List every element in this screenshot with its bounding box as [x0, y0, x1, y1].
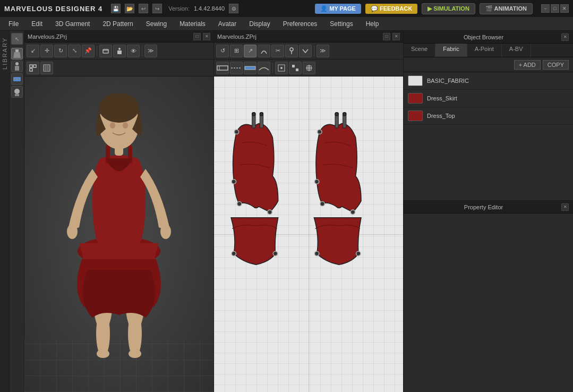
svg-point-32 [99, 93, 139, 123]
menu-edit[interactable]: Edit [25, 18, 49, 30]
tb-avatar[interactable] [113, 45, 126, 57]
my-page-button[interactable]: 👤 MY PAGE [315, 4, 361, 14]
tb-2d-cut[interactable]: ✂ [271, 45, 284, 57]
tb-2d-grid3[interactable] [303, 62, 315, 74]
tb-select[interactable]: ↙ [27, 45, 39, 57]
menu-avatar[interactable]: Avatar [212, 18, 243, 30]
tb-2d-refresh[interactable]: ↺ [216, 45, 229, 57]
menu-display[interactable]: Display [243, 18, 276, 30]
main-layout: LIBRARY ↖ [0, 31, 573, 392]
tb-2d-seam1[interactable] [216, 62, 229, 74]
tb-2d-seam3[interactable] [244, 62, 256, 74]
ob-title: Object Browser [408, 34, 559, 40]
svg-rect-10 [117, 50, 122, 54]
save-icon[interactable]: 💾 [111, 4, 121, 13]
tab-fabric[interactable]: Fabric [435, 44, 467, 57]
toolbar-2d-row2 [214, 59, 403, 76]
tb-move[interactable]: ✛ [40, 45, 53, 57]
undo-icon[interactable]: ↩ [139, 4, 148, 13]
tb-scale[interactable]: ⤡ [68, 45, 81, 57]
sep1 [97, 46, 97, 56]
maximize-button[interactable]: □ [551, 4, 559, 13]
tb-2d-select[interactable]: ↗ [244, 45, 256, 57]
svg-point-56 [273, 251, 277, 255]
tab-scene[interactable]: Scene [404, 44, 435, 57]
canvas-3d[interactable] [24, 76, 213, 392]
select-tool[interactable]: ↖ [11, 33, 23, 45]
simulation-button[interactable]: ▶ SIMULATION [422, 3, 475, 14]
canvas-2d[interactable] [214, 76, 403, 392]
library-panel: LIBRARY [0, 31, 10, 392]
animation-button[interactable]: 🎬 ANIMATION [480, 3, 533, 14]
sep2 [142, 46, 142, 56]
minimize-button[interactable]: − [541, 4, 550, 13]
toolbar-2d-row1: ↺ ⊞ ↗ ✂ ≫ [214, 42, 403, 59]
tab-apoint[interactable]: A-Point [467, 44, 502, 57]
menu-file[interactable]: File [2, 18, 25, 30]
svg-rect-11 [30, 65, 32, 67]
tb-2d-curve[interactable] [258, 45, 270, 57]
fabric-name-skirt: Dress_Skirt [427, 95, 457, 101]
menu-preferences[interactable]: Preferences [277, 18, 324, 30]
menu-settings[interactable]: Settings [323, 18, 359, 30]
tb-2d-fold[interactable] [299, 45, 312, 57]
svg-point-5 [14, 89, 20, 94]
tb-2d-grid1[interactable] [275, 62, 288, 74]
open-icon[interactable]: 📂 [125, 4, 134, 13]
redo-icon[interactable]: ↪ [152, 4, 162, 13]
viewport-2d-close[interactable]: ✕ [392, 33, 400, 40]
svg-point-54 [237, 202, 242, 206]
tb-2d-pin[interactable] [285, 45, 298, 57]
svg-rect-43 [296, 69, 298, 71]
viewport-3d-title: Marvelous.ZPrj [28, 33, 191, 40]
tb-2d-fit[interactable]: ⊞ [230, 45, 243, 57]
svg-rect-6 [15, 94, 19, 96]
menu-2d-pattern[interactable]: 2D Pattern [96, 18, 139, 30]
viewport-3d-restore[interactable]: □ [193, 33, 201, 40]
fabric-swatch-skirt [408, 93, 423, 104]
copy-fabric-button[interactable]: COPY [543, 60, 569, 70]
app-title: MARVELOUS DESIGNER 4 [4, 5, 102, 13]
tb-rotate[interactable]: ↻ [54, 45, 67, 57]
svg-point-33 [110, 122, 115, 129]
tb-show-hide[interactable]: 👁 [127, 45, 140, 57]
menu-sewing[interactable]: Sewing [140, 18, 173, 30]
svg-point-51 [234, 130, 238, 134]
close-button[interactable]: ✕ [560, 4, 569, 13]
feedback-button[interactable]: 💬 FEEDBACK [365, 4, 417, 14]
view-thumb-avatar[interactable] [11, 61, 23, 72]
view-thumb-head[interactable] [11, 86, 23, 98]
tb-pin[interactable]: 📌 [82, 45, 95, 57]
model-figure [50, 76, 188, 360]
tb-2d-more1[interactable]: ≫ [317, 45, 329, 57]
menu-help[interactable]: Help [360, 18, 386, 30]
viewport-3d-close[interactable]: ✕ [203, 33, 210, 40]
tb-texture[interactable] [40, 62, 53, 74]
tb-cloth[interactable] [99, 45, 112, 57]
fabric-item-basic[interactable]: BASIC_FABRIC [404, 72, 573, 90]
menu-materials[interactable]: Materials [173, 18, 212, 30]
settings-icon[interactable]: ⚙ [229, 4, 238, 13]
left-toolbar-3d: ↖ [10, 31, 24, 392]
pe-close[interactable]: ✕ [561, 203, 569, 211]
tb-more1[interactable]: ≫ [144, 45, 157, 57]
tb-2d-seam4[interactable] [258, 62, 270, 74]
fabric-item-skirt[interactable]: Dress_Skirt [404, 90, 573, 107]
tb-2d-grid2[interactable] [289, 62, 302, 74]
ob-close[interactable]: ✕ [561, 33, 569, 41]
view-thumb-flat[interactable] [11, 73, 23, 85]
svg-point-59 [335, 113, 338, 116]
viewport-2d-title: Marvelous.ZPrj [217, 33, 381, 40]
viewport-2d-restore[interactable]: □ [383, 33, 390, 40]
tab-abv[interactable]: A-BV [502, 44, 531, 57]
tb-grid[interactable] [27, 62, 39, 74]
fabric-swatch-top [408, 110, 423, 121]
fabric-item-top[interactable]: Dress_Top [404, 107, 573, 125]
view-thumb-dress[interactable] [11, 48, 23, 59]
viewport-2d-header: Marvelous.ZPrj □ ✕ [214, 31, 403, 42]
add-fabric-button[interactable]: + ADD [514, 60, 541, 70]
svg-point-35 [290, 48, 293, 51]
menu-3d-garment[interactable]: 3D Garment [49, 18, 96, 30]
tb-2d-seam2[interactable] [230, 62, 243, 74]
svg-point-9 [118, 48, 121, 50]
